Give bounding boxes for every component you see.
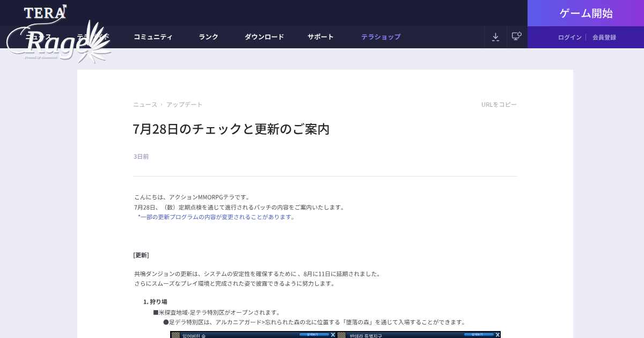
svg-text:Present by dimension: Present by dimension <box>24 54 57 58</box>
svg-text:TM: TM <box>63 5 67 8</box>
